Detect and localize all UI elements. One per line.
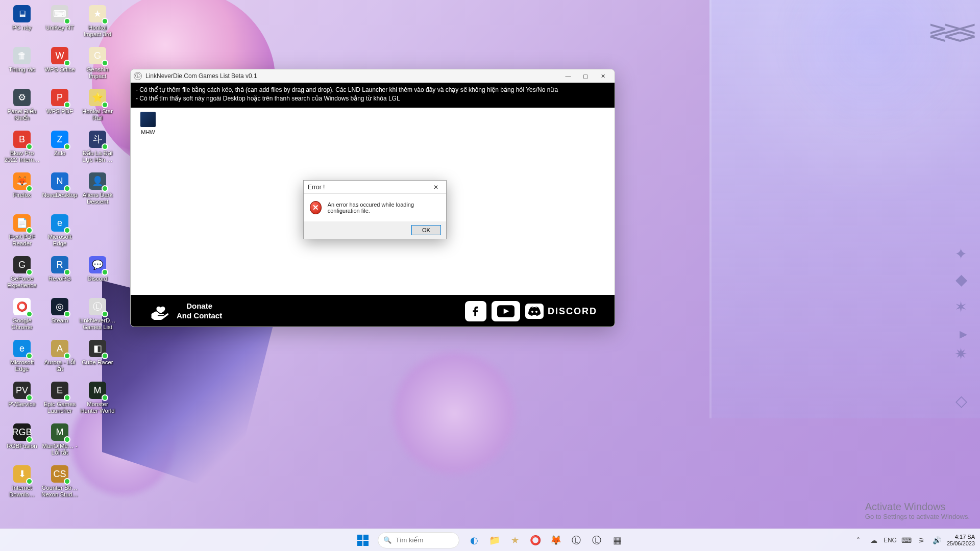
info-line: - Có thể tìm thấy soft này ngoài Desktop… [136, 94, 609, 103]
desktop-icon[interactable]: 🗑Thùng rác [3, 44, 41, 86]
error-icon: ✕ [310, 201, 322, 214]
taskbar-pinned-honkai[interactable]: ★ [505, 530, 525, 550]
app-icon: R [51, 256, 68, 273]
desktop-icon[interactable]: AAurora - Lỗi tắt [41, 337, 79, 379]
donate-button[interactable]: Donate And Contact [148, 300, 222, 322]
desktop-icon-label: LinkNeverD… Games List [79, 317, 116, 330]
desktop-icon[interactable]: 🦊Firefox [3, 169, 41, 211]
minimize-button[interactable]: — [559, 70, 577, 82]
desktop-icon-label: RGBFusion [7, 443, 37, 449]
desktop-icon[interactable]: PVPVService [3, 379, 41, 420]
desktop-icon[interactable]: 💬Discord [79, 253, 116, 295]
tray-chevron-up-icon[interactable]: ˄ [853, 535, 864, 546]
ok-button[interactable]: OK [411, 225, 441, 235]
desktop-icon[interactable]: RRevoRG [41, 253, 79, 295]
desktop-icon[interactable]: eMicrosoft Edge [3, 337, 41, 379]
app-icon: PV [13, 382, 31, 399]
shortcut-badge-icon [64, 269, 70, 276]
desktop-icon[interactable]: 🖥PC này [3, 2, 41, 44]
window-title: LinkNeverDie.Com Games List Beta v0.1 [145, 72, 257, 80]
desktop-icon[interactable]: BBkav Pro 2022 Intern… [3, 128, 41, 169]
desktop-icon-label: Cube Racer [82, 359, 113, 366]
shortcut-badge-icon [26, 311, 33, 317]
desktop-icon[interactable]: CSCounter Str… Nexon Stud… [41, 462, 79, 504]
windows-icon [357, 535, 369, 546]
desktop-icon[interactable]: RGBRGBFusion [3, 420, 41, 462]
desktop-icon[interactable]: eMicrosoft Edge [41, 211, 79, 253]
wallpaper-deco-right [709, 0, 980, 418]
app-icon: M [89, 382, 106, 399]
app-icon: G [89, 47, 106, 64]
taskbar-search[interactable]: 🔍 Tìm kiếm [378, 532, 459, 548]
svg-rect-4 [363, 541, 369, 546]
dialog-footer: OK [304, 221, 446, 239]
taskbar-pinned-app[interactable]: ▦ [607, 530, 627, 550]
desktop-icon[interactable]: ⚙Panel Điều Khiển [3, 86, 41, 128]
desktop-icon[interactable]: ⭕Google Chrome [3, 295, 41, 337]
tray-network-icon[interactable]: ⚞ [916, 535, 927, 546]
dialog-close-button[interactable]: ✕ [430, 183, 442, 192]
tray-weather-icon[interactable]: ☁ [868, 535, 879, 546]
desktop-icon[interactable]: 斗Đấu La Đại Lục H5n … [79, 128, 116, 169]
desktop-icon[interactable]: MManOfMe… - Lỗi tắt [41, 420, 79, 462]
desktop-icon[interactable]: 📄Foxit PDF Reader [3, 211, 41, 253]
activate-windows-watermark: Activate Windows Go to Settings to activ… [865, 501, 970, 520]
discord-button[interactable]: DISCORD [525, 304, 597, 319]
close-button[interactable]: ✕ [594, 70, 611, 82]
app-footer: Donate And Contact DISCORD [131, 296, 615, 327]
wallpaper-side-icon: ◆ [955, 270, 967, 288]
titlebar[interactable]: Ⓛ LinkNeverDie.Com Games List Beta v0.1 … [131, 69, 615, 83]
desktop-icon[interactable]: ◎Steam [41, 295, 79, 337]
wallpaper-side-icon: ✦ [954, 245, 967, 263]
tray-volume-icon[interactable]: 🔊 [932, 535, 943, 546]
desktop-icon-label: UniKey NT [45, 24, 74, 31]
game-item[interactable]: MHW [135, 112, 161, 135]
dialog-titlebar[interactable]: Error ! ✕ [304, 181, 446, 194]
desktop-icon[interactable]: PWPS PDF [41, 86, 79, 128]
desktop-icon[interactable]: ⌨UniKey NT [41, 2, 79, 44]
donate-label-line2: And Contact [177, 311, 222, 321]
desktop-icon[interactable]: ⬇Internet Downlo… [3, 462, 41, 504]
youtube-button[interactable] [492, 301, 520, 321]
desktop-icon[interactable]: MMonster Hunter World [79, 379, 116, 420]
desktop-icon-label: Google Chrome [4, 317, 40, 330]
desktop-icon[interactable]: ⓁLinkNeverD… Games List [79, 295, 116, 337]
svg-rect-1 [357, 535, 362, 540]
desktop-icon[interactable]: ★Honkai Impact 3rd [79, 2, 116, 44]
facebook-button[interactable] [465, 301, 486, 321]
tray-clock[interactable]: 4:17 SA 25/06/2023 [947, 534, 975, 546]
desktop-icon[interactable]: NNovaDesktop [41, 169, 79, 211]
desktop-icon[interactable]: ⭐Honkai Star Rail [79, 86, 116, 128]
desktop-icon[interactable]: ◧Cube Racer [79, 337, 116, 379]
desktop-icon[interactable]: GGenshin Impact [79, 44, 116, 86]
tray-language[interactable]: ENG [884, 535, 897, 546]
desktop-icon[interactable]: 👤Aliens Dark Descent [79, 169, 116, 211]
desktop-icon-label: Microsoft Edge [4, 359, 40, 372]
desktop-icon-label: Panel Điều Khiển [4, 108, 40, 121]
wallpaper-side-icon: ▸ [960, 324, 967, 342]
desktop-icon[interactable]: GGeForce Experience [3, 253, 41, 295]
start-button[interactable] [353, 530, 373, 550]
desktop-icon[interactable]: ZZalo [41, 128, 79, 169]
game-icon [140, 112, 156, 127]
shortcut-badge-icon [26, 478, 33, 485]
app-icon: Z [51, 131, 68, 148]
app-icon: P [51, 89, 68, 106]
maximize-button[interactable]: ▢ [577, 70, 594, 82]
taskbar-pinned-chrome[interactable]: ⭕ [525, 530, 546, 550]
desktop-icon-label: Đấu La Đại Lục H5n … [79, 150, 116, 163]
app-icon: ▦ [613, 535, 622, 546]
firefox-icon: 🦊 [550, 535, 561, 546]
desktop-icon-label: Steam [51, 317, 68, 324]
taskbar-pinned-firefox[interactable]: 🦊 [546, 530, 566, 550]
desktop-icon[interactable]: EEpic Games Launcher [41, 379, 79, 420]
desktop-icon[interactable]: WWPS Office [41, 44, 79, 86]
tray-input-icon[interactable]: ⌨ [901, 535, 912, 546]
app-icon: Ⓛ [134, 72, 142, 80]
taskbar-pinned-lnd1[interactable]: Ⓛ [566, 530, 586, 550]
shortcut-badge-icon [64, 185, 70, 192]
taskbar-pinned-copilot[interactable]: ◐ [464, 530, 484, 550]
taskbar-pinned-explorer[interactable]: 📁 [484, 530, 505, 550]
taskbar-pinned-lnd2[interactable]: Ⓛ [586, 530, 607, 550]
wallpaper-zigzag: ≷≷≶ [928, 18, 972, 45]
